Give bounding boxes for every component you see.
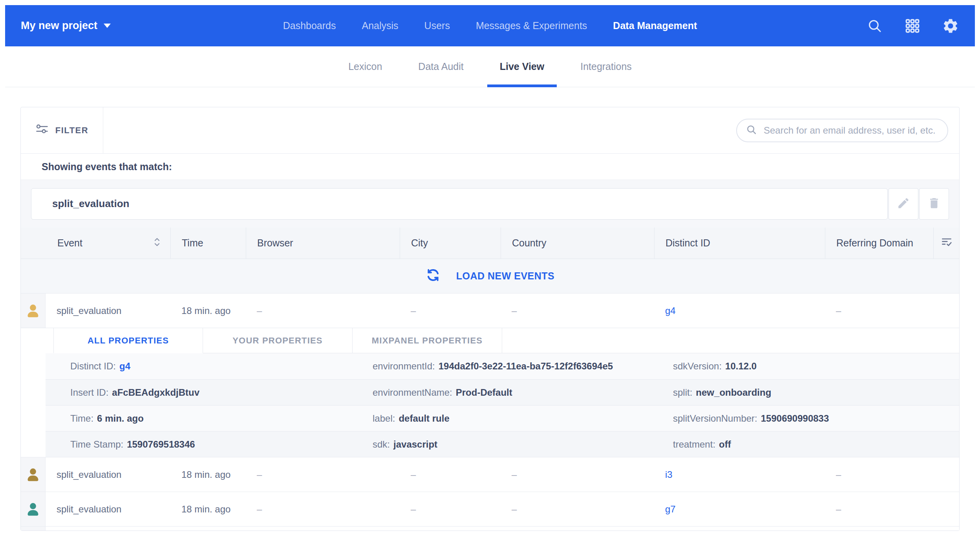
property-row: Distinct ID:g4 environmentId:194da2f0-3e…	[46, 353, 959, 379]
column-header-country[interactable]: Country	[501, 228, 654, 259]
event-city: –	[400, 305, 501, 316]
user-avatar-icon	[25, 303, 41, 319]
event-detail-panel: ALL PROPERTIES YOUR PROPERTIES MIXPANEL …	[21, 328, 959, 457]
event-filter-section: split_evaluation	[21, 180, 959, 228]
nav-item-data-management[interactable]: Data Management	[613, 20, 697, 31]
tab-lexicon[interactable]: Lexicon	[336, 46, 395, 87]
property-row: Time:6 min. ago label:default rule split…	[46, 405, 959, 431]
property-key: sdk:	[373, 439, 390, 450]
event-name: split_evaluation	[46, 469, 170, 480]
event-browser: –	[246, 469, 400, 480]
event-row-g4[interactable]: split_evaluation 18 min. ago – – – g4 –	[21, 294, 959, 328]
column-header-referring-domain[interactable]: Referring Domain	[825, 228, 933, 259]
property-key: environmentName:	[373, 387, 452, 398]
event-browser: –	[246, 305, 400, 316]
property-value: Prod-Default	[456, 387, 512, 398]
settings-gear-icon[interactable]	[942, 17, 959, 35]
column-header-distinct-id[interactable]: Distinct ID	[654, 228, 825, 259]
delete-filter-button[interactable]	[919, 188, 949, 220]
nav-item-analysis[interactable]: Analysis	[362, 20, 399, 31]
sort-icon[interactable]	[152, 237, 162, 250]
nav-item-dashboards[interactable]: Dashboards	[283, 20, 336, 31]
event-country: –	[501, 469, 654, 480]
property-value: 1590769518346	[127, 439, 195, 450]
caret-down-icon	[104, 24, 111, 28]
filter-sliders-icon	[35, 123, 49, 138]
property-value: 10.12.0	[725, 361, 757, 371]
search-icon[interactable]	[867, 18, 883, 34]
event-row-i3[interactable]: split_evaluation 18 min. ago – – – i3 –	[21, 457, 959, 492]
property-value: new_onboarding	[696, 387, 771, 398]
event-filter-value: split_evaluation	[52, 198, 130, 210]
column-list-check-icon	[940, 236, 953, 251]
property-key: label:	[373, 413, 395, 424]
filter-button[interactable]: FILTER	[21, 107, 103, 153]
column-header-city[interactable]: City	[400, 228, 501, 259]
column-header-time[interactable]: Time	[170, 228, 246, 259]
tab-live-view[interactable]: Live View	[487, 46, 557, 87]
top-nav-links: Dashboards Analysis Users Messages & Exp…	[5, 20, 975, 31]
property-key: Time Stamp:	[70, 439, 123, 450]
property-value: aFcBEAdgxkdjBtuv	[112, 387, 199, 398]
user-avatar-icon	[25, 501, 41, 518]
load-new-events-label: LOAD NEW EVENTS	[456, 270, 555, 282]
event-distinct-id[interactable]: g4	[654, 305, 825, 316]
match-title: Showing events that match:	[42, 161, 172, 173]
filter-button-label: FILTER	[55, 125, 88, 136]
refresh-icon	[426, 268, 441, 285]
event-distinct-id[interactable]: g7	[654, 504, 825, 515]
event-name: split_evaluation	[46, 504, 170, 515]
project-switcher[interactable]: My new project	[21, 20, 111, 32]
column-header-event[interactable]: Event	[21, 228, 170, 259]
user-avatar-icon	[25, 466, 41, 483]
column-header-browser[interactable]: Browser	[246, 228, 400, 259]
property-key: Time:	[70, 413, 93, 424]
event-browser: –	[246, 504, 400, 515]
property-row: Time Stamp:1590769518346 sdk:javascript …	[46, 431, 959, 457]
property-key: treatment:	[673, 439, 715, 450]
event-time: 18 min. ago	[170, 504, 246, 515]
property-value: 1590690990833	[761, 413, 829, 424]
property-key: splitVersionNumber:	[673, 413, 757, 424]
event-filter-chip[interactable]: split_evaluation	[31, 188, 888, 220]
pencil-icon	[897, 196, 910, 211]
live-view-page: FILTER Showing events that match:	[5, 87, 975, 531]
event-time: 18 min. ago	[170, 469, 246, 480]
property-value: 6 min. ago	[97, 413, 144, 424]
property-key: Distinct ID:	[70, 361, 116, 371]
tab-integrations[interactable]: Integrations	[568, 46, 644, 87]
property-tabs: ALL PROPERTIES YOUR PROPERTIES MIXPANEL …	[46, 328, 959, 353]
property-value-distinct-id[interactable]: g4	[119, 361, 130, 371]
event-time: 18 min. ago	[170, 305, 246, 316]
property-key: split:	[673, 387, 692, 398]
event-city: –	[400, 504, 501, 515]
column-settings-button[interactable]	[933, 228, 959, 259]
nav-item-messages-experiments[interactable]: Messages & Experiments	[476, 20, 587, 31]
nav-item-users[interactable]: Users	[424, 20, 450, 31]
event-row-g7[interactable]: split_evaluation 18 min. ago – – – g7 –	[21, 492, 959, 527]
search-input[interactable]	[764, 125, 939, 136]
event-referring-domain: –	[825, 504, 933, 515]
property-list: Distinct ID:g4 environmentId:194da2f0-3e…	[46, 353, 959, 457]
tab-all-properties[interactable]: ALL PROPERTIES	[53, 328, 203, 353]
tab-data-audit[interactable]: Data Audit	[406, 46, 476, 87]
property-value: javascript	[393, 439, 437, 450]
tab-your-properties[interactable]: YOUR PROPERTIES	[203, 328, 353, 353]
event-distinct-id[interactable]: i3	[654, 469, 825, 480]
property-row: Insert ID:aFcBEAdgxkdjBtuv environmentNa…	[46, 379, 959, 405]
events-table-header: Event Time Browser City Country Distinct…	[21, 228, 959, 259]
top-nav-bar: My new project Dashboards Analysis Users…	[5, 5, 975, 46]
event-country: –	[501, 504, 654, 515]
load-new-events-button[interactable]: LOAD NEW EVENTS	[21, 259, 959, 294]
property-key: Insert ID:	[70, 387, 108, 398]
event-city: –	[400, 469, 501, 480]
tab-mixpanel-properties[interactable]: MIXPANEL PROPERTIES	[353, 328, 502, 353]
project-name: My new project	[21, 20, 97, 32]
apps-grid-icon[interactable]	[904, 18, 921, 34]
search-icon	[746, 124, 757, 137]
property-value: default rule	[399, 413, 449, 424]
property-key: sdkVersion:	[673, 361, 722, 371]
top-nav-icons	[867, 17, 959, 35]
edit-filter-button[interactable]	[889, 188, 918, 220]
property-value: 194da2f0-3e22-11ea-ba75-12f2f63694e5	[439, 361, 613, 371]
